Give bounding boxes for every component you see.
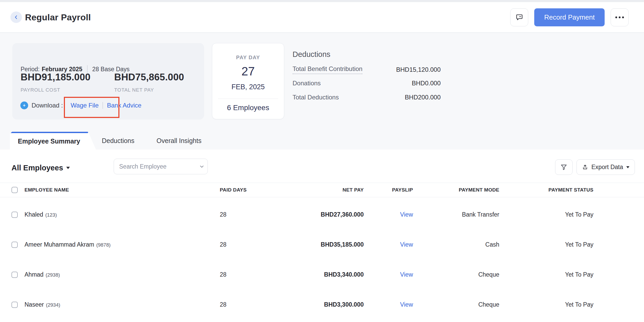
caret-down-icon <box>66 167 70 169</box>
paid-days: 28 <box>220 241 259 248</box>
payslip-view-link[interactable]: View <box>364 211 413 218</box>
deduction-label[interactable]: Total Benefit Contribution <box>293 65 362 74</box>
net-pay: BHD27,360.000 <box>259 211 364 218</box>
filter-button[interactable] <box>555 159 573 175</box>
tab-deductions[interactable]: Deductions <box>101 132 136 150</box>
table-row: Khaled (123) 28 BHD27,360.000 View Bank … <box>0 200 644 230</box>
deduction-row: Total Benefit Contribution BHD15,120.000 <box>293 65 441 74</box>
tab-employee-summary[interactable]: Employee Summary <box>10 132 96 150</box>
wage-file-link[interactable]: Wage File <box>71 102 99 109</box>
ellipsis-icon <box>615 16 624 18</box>
deductions-panel-title: Deductions <box>293 50 330 59</box>
payroll-cost-value: BHD91,185.000 <box>21 71 90 83</box>
payment-status: Yet To Pay <box>499 211 593 218</box>
col-payment-mode: PAYMENT MODE <box>413 187 499 193</box>
row-checkbox[interactable] <box>11 242 18 248</box>
net-pay: BHD3,340.000 <box>259 271 364 278</box>
col-employee-name: EMPLOYEE NAME <box>25 187 220 193</box>
app-header: Regular Payroll Record Payment <box>0 2 644 33</box>
payslip-view-link[interactable]: View <box>364 271 413 278</box>
employee-filter-dropdown[interactable]: All Employees <box>11 163 70 172</box>
payday-employee-count: 6 Employees <box>212 103 284 112</box>
employee-id: (2934) <box>46 302 60 308</box>
deduction-label: Total Deductions <box>293 93 339 101</box>
payment-status: Yet To Pay <box>499 301 593 308</box>
payment-mode: Cheque <box>413 271 499 278</box>
download-circle-icon <box>20 102 28 109</box>
col-paid-days: PAID DAYS <box>220 187 259 193</box>
caret-down-icon <box>626 166 629 168</box>
payslip-view-link[interactable]: View <box>364 301 413 308</box>
chevron-down-icon <box>199 164 205 169</box>
page-title: Regular Payroll <box>25 12 91 22</box>
employee-id: (123) <box>45 212 57 218</box>
bank-advice-link[interactable]: Bank Advice <box>107 102 141 109</box>
select-all-checkbox[interactable] <box>11 187 18 193</box>
payment-mode: Bank Transfer <box>413 211 499 218</box>
deduction-value: BHD200.000 <box>405 93 441 101</box>
payroll-summary-card: Period: February 2025 28 Base Days BHD91… <box>12 43 204 120</box>
net-pay: BHD3,300.000 <box>259 301 364 308</box>
paid-days: 28 <box>220 211 259 218</box>
payday-label: PAY DAY <box>212 54 284 61</box>
search-input[interactable] <box>119 163 196 170</box>
payday-month-year: FEB, 2025 <box>212 83 284 91</box>
deduction-value: BHD0.000 <box>412 79 441 87</box>
deduction-row: Total Deductions BHD200.000 <box>293 93 441 101</box>
deduction-row: Donations BHD0.000 <box>293 79 441 87</box>
export-data-button[interactable]: Export Data <box>576 159 635 175</box>
employee-summary-panel: All Employees Export Data EMPLOYEE NAME … <box>0 150 644 322</box>
payment-status: Yet To Pay <box>499 241 593 248</box>
comment-button[interactable] <box>510 8 528 26</box>
payslip-view-link[interactable]: View <box>364 241 413 248</box>
comment-icon <box>515 13 523 21</box>
payment-mode: Cheque <box>413 301 499 308</box>
divider <box>102 102 103 109</box>
divider <box>218 99 278 99</box>
total-net-pay-value: BHD75,865.000 <box>114 71 184 83</box>
payday-day: 27 <box>212 64 284 78</box>
payment-status: Yet To Pay <box>499 271 593 278</box>
employee-name: Khaled <box>25 211 43 218</box>
net-pay: BHD35,185.000 <box>259 241 364 248</box>
funnel-icon <box>560 164 567 171</box>
paid-days: 28 <box>220 301 259 308</box>
download-label: Download : <box>32 102 63 109</box>
table-header: EMPLOYEE NAME PAID DAYS NET PAY PAYSLIP … <box>0 183 644 197</box>
chevron-left-icon <box>14 15 19 20</box>
more-button[interactable] <box>611 8 629 26</box>
deduction-label: Donations <box>293 79 321 87</box>
row-checkbox[interactable] <box>11 302 18 308</box>
employee-search-select[interactable] <box>114 159 208 174</box>
col-payslip: PAYSLIP <box>364 187 413 193</box>
row-checkbox[interactable] <box>11 212 18 218</box>
employee-name: Naseer <box>25 301 44 308</box>
employee-name: Ahmad <box>25 271 44 278</box>
col-payment-status: PAYMENT STATUS <box>499 187 593 193</box>
payday-card: PAY DAY 27 FEB, 2025 6 Employees <box>212 43 284 119</box>
download-links: Wage File Bank Advice <box>71 102 141 109</box>
table-row: Ahmad (2938) 28 BHD3,340.000 View Cheque… <box>0 260 644 290</box>
table-row: Naseer (2934) 28 BHD3,300.000 View Chequ… <box>0 290 644 320</box>
table-row: Ameer Muhammad Akram (9878) 28 BHD35,185… <box>0 230 644 260</box>
employee-id: (2938) <box>46 272 60 278</box>
back-button[interactable] <box>10 11 22 23</box>
tab-overall-insights[interactable]: Overall Insights <box>155 132 203 150</box>
paid-days: 28 <box>220 271 259 278</box>
deduction-value: BHD15,120.000 <box>396 66 441 74</box>
upload-icon <box>582 164 588 170</box>
payroll-overview-section: Period: February 2025 28 Base Days BHD91… <box>0 33 644 150</box>
row-checkbox[interactable] <box>11 272 18 278</box>
payroll-cost-label: PAYROLL COST <box>21 87 60 93</box>
header-actions: Record Payment <box>510 8 629 26</box>
total-net-pay-label: TOTAL NET PAY <box>114 87 154 93</box>
table-body: Khaled (123) 28 BHD27,360.000 View Bank … <box>0 200 644 320</box>
download-line: Download : Wage File Bank Advice <box>20 101 141 110</box>
employee-id: (9878) <box>96 242 111 248</box>
employee-name: Ameer Muhammad Akram <box>25 241 94 248</box>
tab-bar: Employee Summary Deductions Overall Insi… <box>0 132 644 150</box>
record-payment-button[interactable]: Record Payment <box>534 8 605 26</box>
payment-mode: Cash <box>413 241 499 248</box>
col-net-pay: NET PAY <box>259 187 364 193</box>
